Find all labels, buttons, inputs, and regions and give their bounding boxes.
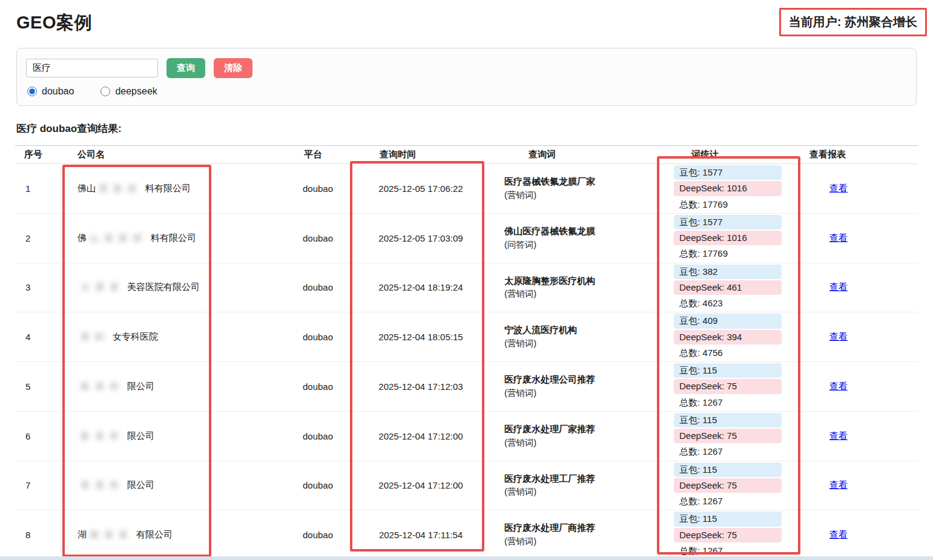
company-name: 某某有限公司: [67, 461, 282, 510]
company-name: 佛山某新材料有限公司: [67, 213, 282, 263]
total-count: 总数: 17769: [674, 246, 782, 261]
search-row: 查询 清除: [26, 58, 907, 78]
total-count: 总数: 17769: [674, 197, 782, 212]
view-report-cell: 查看: [784, 411, 893, 461]
view-link[interactable]: 查看: [829, 282, 848, 292]
query-time: 2025-12-04 18:05:15: [354, 312, 487, 362]
column-header: 查询词: [487, 146, 639, 164]
query-time: 2025-12-04 18:19:24: [354, 263, 487, 312]
row-number: 6: [15, 411, 67, 461]
doubao-count: 豆包: 1577: [674, 165, 782, 180]
query-word: 医疗废水处理厂商推荐: [504, 522, 639, 534]
filler-cell: [893, 510, 918, 560]
query-word-type: (营销词): [504, 189, 639, 201]
query-time: 2025-12-04 17:12:03: [354, 362, 487, 412]
radio-doubao[interactable]: [27, 87, 37, 96]
company-redacted: 新某有: [77, 430, 127, 441]
platform-cell: doubao: [282, 164, 354, 214]
word-stats-cell: 豆包: 1577DeepSeek: 1016总数: 17769: [639, 213, 784, 263]
search-input[interactable]: [26, 59, 158, 77]
total-count: 总数: 1267: [674, 444, 782, 459]
doubao-count: 豆包: 1577: [674, 215, 782, 229]
bottom-scroll-strip[interactable]: [0, 556, 933, 560]
column-header: 公司名: [67, 146, 282, 164]
query-word-type: (营销词): [504, 387, 639, 399]
view-report-cell: 查看: [784, 510, 893, 560]
query-time: 2025-12-05 17:03:09: [354, 213, 487, 263]
current-user-badge: 当前用户: 苏州聚合增长: [779, 8, 927, 36]
results-table: 序号公司名平台查询时间查询词词统计查看报表 1佛山某新材料有限公司doubao2…: [15, 145, 918, 560]
clear-button[interactable]: 清除: [214, 58, 252, 78]
query-time: 2025-12-05 17:06:22: [354, 164, 487, 214]
query-word: 医疗器械铁氟龙膜厂家: [504, 176, 639, 188]
company-redacted: 某新材: [96, 183, 145, 193]
filler-cell: [893, 213, 918, 263]
row-number: 8: [15, 510, 67, 560]
company-name: 太原某美容医院有限公司: [67, 263, 282, 312]
radio-option-doubao[interactable]: doubao: [26, 86, 74, 97]
table-row: 7某某有限公司doubao2025-12-04 17:12:00医疗废水处理工厂…: [15, 461, 918, 510]
table-row: 5新某有限公司doubao2025-12-04 17:12:03医疗废水处理公司…: [15, 362, 918, 412]
company-name: 湖南某某有限公司: [67, 510, 282, 560]
word-stats-cell: 豆包: 115DeepSeek: 75总数: 1267: [639, 461, 784, 510]
platform-cell: doubao: [282, 362, 354, 412]
query-word: 宁波人流医疗机构: [504, 324, 639, 336]
query-word-type: (营销词): [504, 437, 639, 449]
view-link[interactable]: 查看: [829, 331, 848, 341]
table-body: 1佛山某新材料有限公司doubao2025-12-05 17:06:22医疗器械…: [15, 164, 918, 560]
radio-deepseek[interactable]: [101, 87, 110, 96]
company-suffix: 限公司: [127, 430, 154, 441]
total-count: 总数: 4623: [674, 296, 782, 311]
query-time: 2025-12-04 17:11:54: [354, 510, 487, 560]
row-number: 2: [15, 213, 67, 263]
table-row: 2佛山某新材料有限公司doubao2025-12-05 17:03:09佛山医疗…: [15, 213, 918, 263]
platform-radio-group: doubaodeepseek: [26, 86, 907, 97]
platform-cell: doubao: [282, 312, 354, 362]
platform-cell: doubao: [282, 213, 354, 263]
filler-cell: [893, 164, 918, 214]
query-word-cell: 太原隆胸整形医疗机构(营销词): [487, 263, 639, 312]
filler-cell: [893, 461, 918, 510]
view-report-cell: 查看: [784, 362, 893, 412]
table-row: 4某妇女专科医院doubao2025-12-04 18:05:15宁波人流医疗机…: [15, 312, 918, 362]
view-link[interactable]: 查看: [829, 479, 848, 490]
company-suffix: 有限公司: [136, 529, 173, 539]
filler-cell: [893, 312, 918, 362]
query-time: 2025-12-04 17:12:00: [354, 461, 487, 510]
platform-cell: doubao: [282, 461, 354, 510]
company-redacted: 某妇: [77, 331, 113, 341]
doubao-count: 豆包: 115: [674, 463, 782, 477]
deepseek-count: DeepSeek: 1016: [674, 231, 782, 245]
company-redacted: 南某某: [87, 529, 136, 539]
view-link[interactable]: 查看: [829, 430, 848, 441]
query-button[interactable]: 查询: [166, 58, 205, 78]
company-prefix: 湖: [77, 529, 87, 539]
query-word-cell: 医疗废水处理公司推荐(营销词): [487, 362, 639, 412]
query-word-type: (问答词): [504, 239, 639, 251]
row-number: 1: [15, 164, 67, 214]
column-header: 词统计: [639, 146, 784, 164]
doubao-count: 豆包: 115: [674, 363, 782, 378]
query-word-cell: 医疗废水处理厂商推荐(营销词): [487, 510, 639, 560]
row-number: 3: [15, 263, 67, 312]
deepseek-count: DeepSeek: 75: [674, 429, 782, 443]
view-link[interactable]: 查看: [829, 183, 848, 193]
company-redacted: 太原某: [77, 282, 127, 292]
deepseek-count: DeepSeek: 75: [674, 478, 782, 493]
deepseek-count: DeepSeek: 394: [674, 330, 782, 344]
query-word-cell: 医疗废水处理厂家推荐(营销词): [487, 411, 639, 461]
view-link[interactable]: 查看: [829, 381, 848, 391]
query-word: 医疗废水处理厂家推荐: [504, 424, 639, 435]
query-word-type: (营销词): [504, 338, 639, 349]
doubao-count: 豆包: 115: [674, 413, 782, 427]
table-header-row: 序号公司名平台查询时间查询词词统计查看报表: [15, 146, 918, 164]
radio-label: deepseek: [115, 86, 157, 97]
column-header-filler: [893, 146, 918, 164]
company-prefix: 佛: [77, 232, 87, 243]
view-link[interactable]: 查看: [829, 232, 848, 243]
deepseek-count: DeepSeek: 75: [674, 528, 782, 542]
radio-option-deepseek[interactable]: deepseek: [99, 86, 157, 97]
filler-cell: [893, 362, 918, 412]
search-panel: 查询 清除 doubaodeepseek: [16, 48, 917, 106]
view-link[interactable]: 查看: [829, 529, 848, 539]
